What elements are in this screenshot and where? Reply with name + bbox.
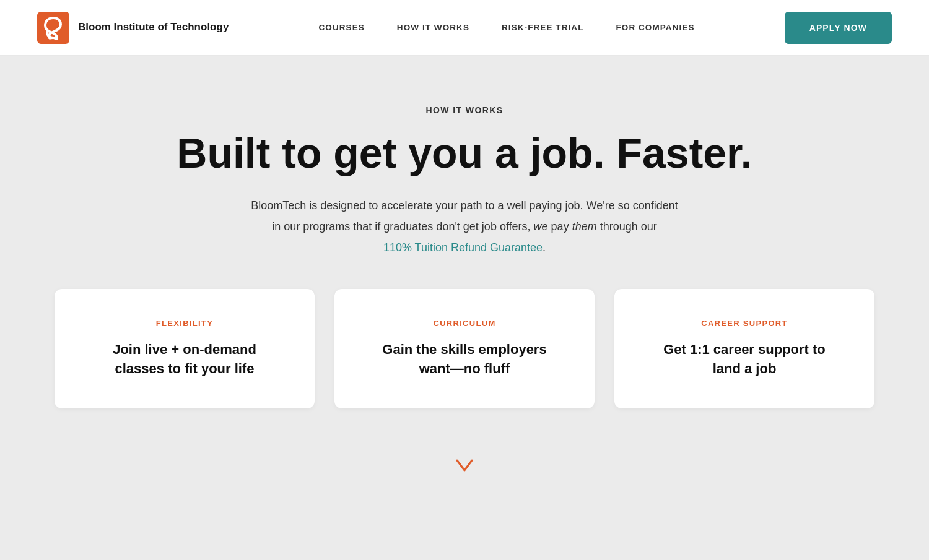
nav-how-it-works[interactable]: HOW IT WORKS bbox=[397, 23, 469, 32]
card-curriculum-description: Gain the skills employers want—no fluff bbox=[369, 340, 560, 379]
logo-group: Bloom Institute of Technology bbox=[37, 12, 229, 44]
main-content: HOW IT WORKS Built to get you a job. Fas… bbox=[0, 56, 929, 560]
scroll-down-arrow[interactable] bbox=[453, 454, 476, 476]
guarantee-line: 110% Tuition Refund Guarantee. bbox=[383, 241, 546, 254]
chevron-down-icon bbox=[453, 454, 476, 476]
svg-rect-0 bbox=[37, 12, 69, 44]
guarantee-link[interactable]: 110% Tuition Refund Guarantee bbox=[383, 241, 543, 254]
section-label: HOW IT WORKS bbox=[426, 105, 504, 115]
card-career-support: CAREER SUPPORT Get 1:1 career support to… bbox=[614, 289, 874, 408]
bloom-logo-icon bbox=[37, 12, 69, 44]
navbar: Bloom Institute of Technology COURSES HO… bbox=[0, 0, 929, 56]
card-flexibility-description: Join live + on-demand classes to fit you… bbox=[89, 340, 280, 379]
description-text-1: in our programs that if graduates don't … bbox=[272, 220, 533, 233]
card-curriculum: CURRICULUM Gain the skills employers wan… bbox=[334, 289, 595, 408]
description-text-3: through our bbox=[597, 220, 657, 233]
nav-risk-free-trial[interactable]: RISK-FREE TRIAL bbox=[502, 23, 583, 32]
card-curriculum-category: CURRICULUM bbox=[433, 319, 495, 328]
nav-for-companies[interactable]: FOR COMPANIES bbox=[616, 23, 694, 32]
card-flexibility: FLEXIBILITY Join live + on-demand classe… bbox=[55, 289, 315, 408]
description-text-2: pay bbox=[548, 220, 572, 233]
guarantee-period: . bbox=[543, 241, 546, 254]
card-career-support-description: Get 1:1 career support to land a job bbox=[649, 340, 840, 379]
nav-links: COURSES HOW IT WORKS RISK-FREE TRIAL FOR… bbox=[318, 23, 694, 32]
description-italic-we: we bbox=[534, 220, 548, 233]
brand-name: Bloom Institute of Technology bbox=[78, 20, 229, 34]
nav-courses[interactable]: COURSES bbox=[318, 23, 364, 32]
feature-cards: FLEXIBILITY Join live + on-demand classe… bbox=[37, 289, 892, 408]
hero-description-line1: BloomTech is designed to accelerate your… bbox=[251, 196, 678, 215]
hero-title: Built to get you a job. Faster. bbox=[177, 130, 752, 176]
description-italic-them: them bbox=[572, 220, 597, 233]
apply-now-button[interactable]: APPLY NOW bbox=[785, 12, 892, 44]
card-career-support-category: CAREER SUPPORT bbox=[701, 319, 788, 328]
hero-description-line2: in our programs that if graduates don't … bbox=[272, 217, 657, 236]
card-flexibility-category: FLEXIBILITY bbox=[156, 319, 213, 328]
